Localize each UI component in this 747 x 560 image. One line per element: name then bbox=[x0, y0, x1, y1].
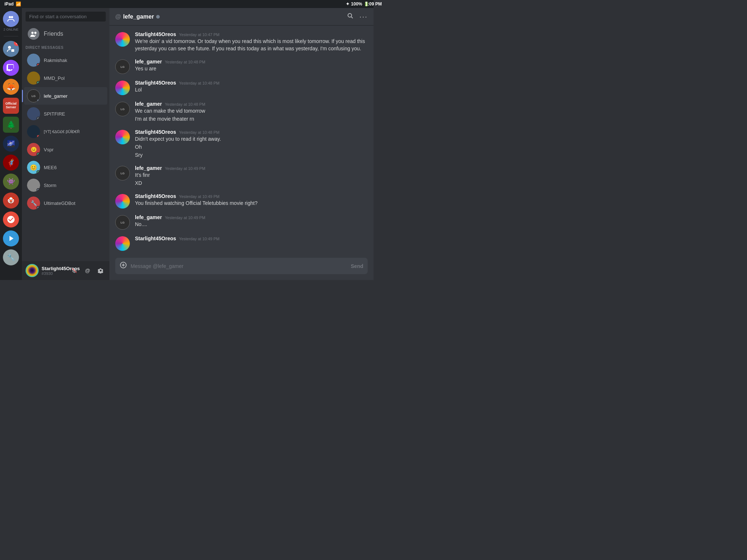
dm-item-vspr[interactable]: 😐 Vspr bbox=[24, 141, 107, 158]
msg-header-m3: Starlight45Oreos Yesterday at 10:48 PM bbox=[135, 80, 368, 86]
server-icon-s8[interactable]: 👾 bbox=[3, 174, 19, 190]
dm-name-mee6: MEE6 bbox=[44, 165, 57, 170]
message-group-m9: Starlight45Oreos Yesterday at 10:49 PM bbox=[115, 236, 368, 251]
msg-timestamp-m8: Yesterday at 10:49 PM bbox=[165, 215, 205, 220]
dm-item-rakmishak[interactable]: Rakmishak bbox=[24, 51, 107, 69]
msg-username-m5: Starlight45Oreos bbox=[135, 129, 176, 135]
server-icon-tools[interactable]: 🔧 bbox=[3, 249, 19, 265]
status-dot-ultimategdbot bbox=[36, 206, 40, 210]
dm-list: Rakmishak MMD_Pol LG lefe_gamer bbox=[22, 51, 109, 261]
server-icon-w[interactable]: 🤡 bbox=[3, 192, 19, 209]
msg-username-m6: lefe_gamer bbox=[135, 165, 162, 171]
search-button[interactable] bbox=[347, 12, 353, 21]
status-dot-mee6 bbox=[36, 170, 40, 174]
search-bar[interactable]: Find or start a conversation bbox=[26, 12, 106, 22]
dm-name-storm: Storm bbox=[44, 183, 57, 188]
server-icon-twitch[interactable] bbox=[3, 60, 19, 76]
dm-item-eagle[interactable]: [YT] €∆G£€ βŪĺĐ€Ř bbox=[24, 123, 107, 140]
msg-header-m6: lefe_gamer Yesterday at 10:49 PM bbox=[135, 165, 368, 171]
msg-header-m7: Starlight45Oreos Yesterday at 10:49 PM bbox=[135, 193, 368, 199]
svg-rect-4 bbox=[12, 66, 13, 68]
messages-area[interactable]: Starlight45Oreos Yesterday at 10:47 PM W… bbox=[109, 26, 374, 254]
message-group-m7: Starlight45Oreos Yesterday at 10:49 PM Y… bbox=[115, 193, 368, 209]
status-dot-storm bbox=[36, 188, 40, 192]
send-button[interactable]: Send bbox=[351, 263, 363, 269]
message-group-m3: Starlight45Oreos Yesterday at 10:48 PM L… bbox=[115, 80, 368, 95]
msg-username-m9: Starlight45Oreos bbox=[135, 236, 176, 241]
message-group-m6: LG lefe_gamer Yesterday at 10:49 PM It's… bbox=[115, 165, 368, 187]
chat-recipient-name: lefe_gamer bbox=[123, 13, 154, 20]
dm-item-spitfire[interactable]: SPITFIRE bbox=[24, 105, 107, 122]
dm-item-ultimategdbot[interactable]: 🔧 UltimateGDBot bbox=[24, 194, 107, 212]
dm-item-mmdpol[interactable]: MMD_Pol bbox=[24, 69, 107, 87]
attach-button[interactable] bbox=[120, 258, 127, 274]
mic-button[interactable] bbox=[69, 265, 80, 276]
mention-button[interactable]: @ bbox=[82, 265, 93, 276]
ipad-label: iPad bbox=[4, 1, 13, 7]
msg-header-m9: Starlight45Oreos Yesterday at 10:49 PM bbox=[135, 236, 368, 241]
bluetooth-icon: ✦ bbox=[346, 1, 349, 7]
msg-timestamp-m4: Yesterday at 10:48 PM bbox=[165, 102, 205, 106]
server-icon-s[interactable] bbox=[3, 211, 19, 228]
msg-content-m1: Starlight45Oreos Yesterday at 10:47 PM W… bbox=[135, 31, 368, 53]
msg-text-m4: We can make the vid tomorrow I'm at the … bbox=[135, 108, 368, 122]
msg-avatar-m7 bbox=[115, 194, 130, 209]
friends-item[interactable]: Friends bbox=[24, 25, 107, 43]
chat-header-actions: ··· bbox=[347, 12, 368, 21]
msg-avatar-m1 bbox=[115, 32, 130, 47]
msg-username-m8: lefe_gamer bbox=[135, 214, 162, 220]
msg-text-m3: Lol bbox=[135, 86, 368, 94]
msg-timestamp-m7: Yesterday at 10:49 PM bbox=[179, 194, 220, 199]
online-count: 2 ONLINE bbox=[3, 11, 19, 32]
msg-content-m7: Starlight45Oreos Yesterday at 10:49 PM Y… bbox=[135, 193, 368, 209]
dm-avatar-lefegamer: LG bbox=[27, 89, 40, 102]
message-input[interactable] bbox=[131, 259, 347, 273]
dm-name-vspr: Vspr bbox=[44, 147, 54, 152]
status-dot-vspr bbox=[36, 152, 40, 156]
msg-content-m2: lefe_gamer Yesterday at 10:48 PM Yes u a… bbox=[135, 59, 368, 74]
dm-item-lefegamer[interactable]: LG lefe_gamer bbox=[24, 87, 107, 105]
dm-item-mee6[interactable]: 😊 MEE6 bbox=[24, 159, 107, 176]
status-bar: iPad 📶 1:09 PM ✦ 100% 🔋 bbox=[0, 0, 374, 8]
battery-label: 100% bbox=[351, 1, 362, 7]
header-at: @ bbox=[115, 13, 121, 20]
settings-button[interactable] bbox=[96, 265, 106, 276]
server-icon-official[interactable]: OfficialServer bbox=[3, 98, 19, 114]
svg-point-2 bbox=[8, 46, 11, 49]
status-bar-time: 1:09 PM bbox=[365, 1, 374, 7]
status-dot-lefegamer bbox=[36, 99, 40, 102]
wifi-icon: 📶 bbox=[16, 1, 21, 7]
server-icon-s3[interactable]: 🦊 bbox=[3, 79, 19, 95]
message-group-m4: LG lefe_gamer Yesterday at 10:48 PM We c… bbox=[115, 101, 368, 123]
message-group-m2: LG lefe_gamer Yesterday at 10:48 PM Yes … bbox=[115, 59, 368, 74]
dm-avatar-eagle bbox=[27, 125, 40, 138]
server-icon-s1[interactable]: 5 bbox=[3, 41, 19, 57]
dm-name-eagle: [YT] €∆G£€ βŪĺĐ€Ř bbox=[44, 129, 80, 134]
msg-content-m3: Starlight45Oreos Yesterday at 10:48 PM L… bbox=[135, 80, 368, 95]
user-name: Starlight45Oreos bbox=[42, 266, 66, 271]
dm-name-lefegamer: lefe_gamer bbox=[44, 93, 67, 99]
more-options-button[interactable]: ··· bbox=[359, 12, 368, 21]
msg-timestamp-m6: Yesterday at 10:49 PM bbox=[165, 166, 205, 171]
server-icon-minecraft[interactable]: 🌲 bbox=[3, 117, 19, 133]
dm-name-spitfire: SPITFIRE bbox=[44, 111, 65, 117]
dm-avatar-rakmishak bbox=[27, 54, 40, 67]
server-icon-s7[interactable]: 🦸 bbox=[3, 155, 19, 171]
message-input-area: Send bbox=[109, 254, 374, 280]
msg-timestamp-m2: Yesterday at 10:48 PM bbox=[165, 60, 205, 64]
status-dot-eagle bbox=[36, 135, 40, 138]
user-tag: #3930 bbox=[42, 271, 66, 276]
msg-avatar-m6: LG bbox=[115, 166, 130, 180]
msg-username-m2: lefe_gamer bbox=[135, 59, 162, 65]
status-dot-rakmishak bbox=[36, 63, 40, 67]
msg-username-m7: Starlight45Oreos bbox=[135, 193, 176, 199]
server-icon-s6[interactable]: 🌌 bbox=[3, 136, 19, 152]
msg-timestamp-m1: Yesterday at 10:47 PM bbox=[179, 32, 220, 37]
svg-point-1 bbox=[11, 16, 13, 18]
dm-item-storm[interactable]: Storm bbox=[24, 176, 107, 194]
msg-username-m1: Starlight45Oreos bbox=[135, 31, 176, 37]
user-bar: Starlight45Oreos #3930 @ bbox=[22, 261, 109, 280]
server-icon-arrow[interactable] bbox=[3, 230, 19, 246]
svg-rect-5 bbox=[11, 66, 11, 68]
dm-avatar-storm bbox=[27, 179, 40, 192]
